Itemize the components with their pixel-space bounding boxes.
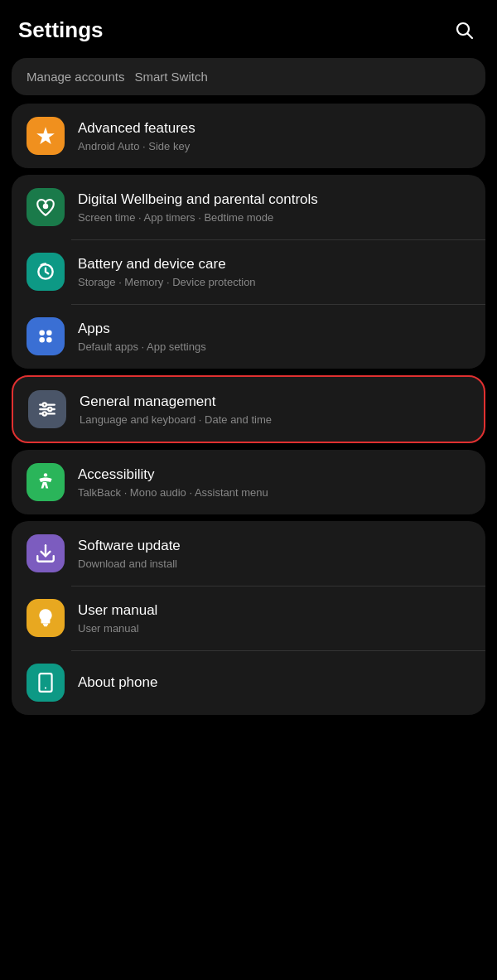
manage-accounts-link[interactable]: Manage accounts xyxy=(27,70,124,84)
battery-care-item[interactable]: Battery and device care Storage · Memory… xyxy=(12,239,485,304)
grid-icon xyxy=(35,326,56,347)
star-icon xyxy=(35,125,56,147)
about-phone-item[interactable]: About phone xyxy=(12,650,485,715)
apps-icon-wrap xyxy=(27,317,65,355)
software-update-title: Software update xyxy=(78,537,470,555)
battery-care-icon-wrap xyxy=(27,253,65,291)
accessibility-text: Accessibility TalkBack · Mono audio · As… xyxy=(78,466,470,498)
update-icon xyxy=(35,543,56,564)
svg-point-14 xyxy=(44,473,47,476)
digital-wellbeing-text: Digital Wellbeing and parental controls … xyxy=(78,191,470,223)
advanced-features-card: Advanced features Android Auto · Side ke… xyxy=(12,104,485,168)
sliders-icon xyxy=(36,398,58,420)
accessibility-icon-wrap xyxy=(27,463,65,501)
svg-point-4 xyxy=(39,330,45,336)
advanced-features-icon-wrap xyxy=(27,117,65,155)
about-phone-text: About phone xyxy=(78,673,470,692)
apps-subtitle: Default apps · App settings xyxy=(78,340,470,353)
software-update-subtitle: Download and install xyxy=(78,558,470,570)
apps-text: Apps Default apps · App settings xyxy=(78,320,470,352)
refresh-icon xyxy=(35,261,56,282)
page-title: Settings xyxy=(18,17,104,43)
accessibility-card: Accessibility TalkBack · Mono audio · As… xyxy=(12,450,485,514)
software-update-icon-wrap xyxy=(27,534,65,572)
svg-point-13 xyxy=(43,412,46,415)
about-phone-title: About phone xyxy=(78,673,470,692)
svg-point-11 xyxy=(43,403,46,406)
smart-switch-link[interactable]: Smart Switch xyxy=(134,70,207,84)
svg-point-7 xyxy=(46,337,52,343)
svg-point-2 xyxy=(43,204,49,210)
svg-point-6 xyxy=(39,337,45,343)
digital-wellbeing-title: Digital Wellbeing and parental controls xyxy=(78,191,470,209)
svg-rect-17 xyxy=(44,625,47,627)
battery-care-subtitle: Storage · Memory · Device protection xyxy=(78,276,470,288)
apps-item[interactable]: Apps Default apps · App settings xyxy=(12,304,485,369)
software-update-text: Software update Download and install xyxy=(78,537,470,569)
top-bar[interactable]: Manage accounts Smart Switch xyxy=(12,58,485,95)
svg-line-1 xyxy=(468,34,473,39)
advanced-features-item[interactable]: Advanced features Android Auto · Side ke… xyxy=(12,104,485,168)
accessibility-item[interactable]: Accessibility TalkBack · Mono audio · As… xyxy=(12,450,485,514)
heart-icon xyxy=(35,196,56,218)
general-management-subtitle: Language and keyboard · Date and time xyxy=(80,413,469,426)
digital-wellbeing-icon-wrap xyxy=(27,188,65,226)
phone-icon xyxy=(35,672,56,693)
user-manual-item[interactable]: User manual User manual xyxy=(12,586,485,650)
software-update-item[interactable]: Software update Download and install xyxy=(12,521,485,586)
apps-title: Apps xyxy=(78,320,470,338)
advanced-features-title: Advanced features xyxy=(78,119,470,138)
digital-wellbeing-subtitle: Screen time · App timers · Bedtime mode xyxy=(78,211,470,224)
advanced-features-text: Advanced features Android Auto · Side ke… xyxy=(78,119,470,152)
header: Settings xyxy=(0,0,497,55)
svg-point-12 xyxy=(48,408,51,411)
general-management-text: General management Language and keyboard… xyxy=(80,393,469,425)
about-phone-icon-wrap xyxy=(27,664,65,702)
general-management-item[interactable]: General management Language and keyboard… xyxy=(13,377,484,442)
user-manual-subtitle: User manual xyxy=(78,622,470,635)
battery-care-text: Battery and device care Storage · Memory… xyxy=(78,255,470,287)
battery-care-title: Battery and device care xyxy=(78,255,470,273)
accessibility-icon xyxy=(35,471,56,493)
digital-wellbeing-item[interactable]: Digital Wellbeing and parental controls … xyxy=(12,175,485,239)
user-manual-icon-wrap xyxy=(27,599,65,637)
search-button[interactable] xyxy=(449,15,479,45)
update-group-card: Software update Download and install Use… xyxy=(12,521,485,715)
svg-point-5 xyxy=(46,330,52,336)
wellbeing-group-card: Digital Wellbeing and parental controls … xyxy=(12,175,485,369)
general-management-title: General management xyxy=(80,393,469,411)
general-management-card: General management Language and keyboard… xyxy=(12,375,485,443)
bulb-icon xyxy=(35,607,56,629)
advanced-features-subtitle: Android Auto · Side key xyxy=(78,140,470,152)
accessibility-title: Accessibility xyxy=(78,466,470,484)
search-icon xyxy=(454,20,474,40)
user-manual-title: User manual xyxy=(78,601,470,620)
user-manual-text: User manual User manual xyxy=(78,601,470,634)
general-management-icon-wrap xyxy=(28,390,66,428)
svg-rect-16 xyxy=(43,624,49,625)
accessibility-subtitle: TalkBack · Mono audio · Assistant menu xyxy=(78,486,470,499)
